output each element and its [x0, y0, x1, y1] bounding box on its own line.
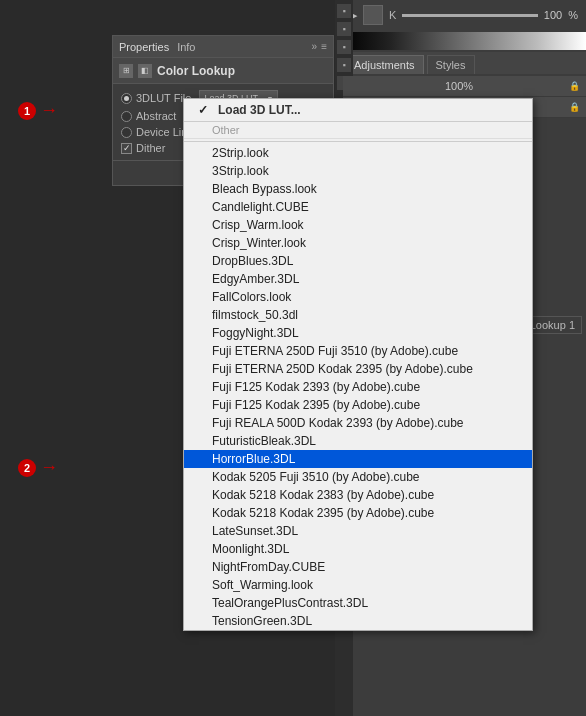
properties-tab[interactable]: Properties [119, 41, 169, 53]
panel-controls: » ≡ [312, 41, 327, 52]
panel-header: Properties Info » ≡ [113, 36, 333, 58]
menu-item-12[interactable]: Fuji ETERNA 250D Kodak 2395 (by Adobe).c… [184, 360, 532, 378]
menu-item-14[interactable]: Fuji F125 Kodak 2395 (by Adobe).cube [184, 396, 532, 414]
right-panel-value-1: 100% [445, 80, 473, 92]
menu-item-17[interactable]: HorrorBlue.3DL [184, 450, 532, 468]
abstract-label: Abstract [136, 110, 176, 122]
menu-item-22[interactable]: Moonlight.3DL [184, 540, 532, 558]
menu-icon[interactable]: ≡ [321, 41, 327, 52]
tab-styles[interactable]: Styles [427, 55, 475, 74]
thumbnail-box [363, 5, 383, 25]
lock-icon-1[interactable]: 🔒 [569, 81, 580, 91]
menu-items-container: 2Strip.look3Strip.lookBleach Bypass.look… [184, 144, 532, 630]
radio-device-link[interactable] [121, 127, 132, 138]
grid-icon[interactable]: ⊞ [119, 64, 133, 78]
dither-label: Dither [136, 142, 165, 154]
menu-item-4[interactable]: Crisp_Warm.look [184, 216, 532, 234]
menu-item-8[interactable]: FallColors.look [184, 288, 532, 306]
top-bar: ▶ K 100 % [341, 0, 586, 30]
radio-abstract[interactable] [121, 111, 132, 122]
load-lut-label: Load 3D LUT... [218, 103, 301, 117]
menu-item-1[interactable]: 3Strip.look [184, 162, 532, 180]
toolbar-btn-1[interactable]: ▪ [337, 4, 351, 18]
menu-item-15[interactable]: Fuji REALA 500D Kodak 2393 (by Adobe).cu… [184, 414, 532, 432]
lock-icon-2[interactable]: 🔒 [569, 102, 580, 112]
toolbar-btn-2[interactable]: ▪ [337, 22, 351, 36]
menu-item-20[interactable]: Kodak 5218 Kodak 2395 (by Adobe).cube [184, 504, 532, 522]
radio-3dlut[interactable] [121, 93, 132, 104]
menu-item-2[interactable]: Bleach Bypass.look [184, 180, 532, 198]
other-label: Other [212, 124, 240, 136]
menu-item-19[interactable]: Kodak 5218 Kodak 2383 (by Adobe).cube [184, 486, 532, 504]
menu-item-3[interactable]: Candlelight.CUBE [184, 198, 532, 216]
dropdown-menu: ✓ Load 3D LUT... Other 2Strip.look3Strip… [183, 98, 533, 631]
panel-title: Color Lookup [157, 64, 235, 78]
layer-icon[interactable]: ◧ [138, 64, 152, 78]
k-value: 100 [544, 9, 562, 21]
tab-adjustments[interactable]: Adjustments [345, 55, 424, 74]
expand-icon[interactable]: » [312, 41, 318, 52]
menu-item-25[interactable]: TealOrangePlusContrast.3DL [184, 594, 532, 612]
menu-item-24[interactable]: Soft_Warming.look [184, 576, 532, 594]
menu-item-load-lut[interactable]: ✓ Load 3D LUT... [184, 99, 532, 122]
menu-item-23[interactable]: NightFromDay.CUBE [184, 558, 532, 576]
menu-item-5[interactable]: Crisp_Winter.look [184, 234, 532, 252]
menu-item-6[interactable]: DropBlues.3DL [184, 252, 532, 270]
tabs-container: Adjustments Styles [341, 52, 586, 74]
info-tab[interactable]: Info [177, 41, 195, 53]
menu-item-9[interactable]: filmstock_50.3dl [184, 306, 532, 324]
panel-title-row: ⊞ ◧ Color Lookup [113, 58, 333, 84]
menu-item-26[interactable]: TensionGreen.3DL [184, 612, 532, 630]
menu-item-0[interactable]: 2Strip.look [184, 144, 532, 162]
k-percent: % [568, 9, 578, 21]
menu-item-10[interactable]: FoggyNight.3DL [184, 324, 532, 342]
gradient-bar [341, 32, 586, 50]
menu-separator [184, 141, 532, 142]
toolbar-btn-3[interactable]: ▪ [337, 40, 351, 54]
menu-item-21[interactable]: LateSunset.3DL [184, 522, 532, 540]
menu-item-11[interactable]: Fuji ETERNA 250D Fuji 3510 (by Adobe).cu… [184, 342, 532, 360]
menu-item-18[interactable]: Kodak 5205 Fuji 3510 (by Adobe).cube [184, 468, 532, 486]
right-panel-row-1: 100% 🔒 [343, 76, 586, 97]
load-lut-check: ✓ [198, 103, 212, 117]
menu-item-13[interactable]: Fuji F125 Kodak 2393 (by Adobe).cube [184, 378, 532, 396]
toolbar-btn-4[interactable]: ▪ [337, 58, 351, 72]
menu-item-16[interactable]: FuturisticBleak.3DL [184, 432, 532, 450]
k-label: K [389, 9, 396, 21]
menu-item-7[interactable]: EdgyAmber.3DL [184, 270, 532, 288]
menu-item-other: Other [184, 122, 532, 139]
k-slider[interactable] [402, 14, 538, 17]
checkbox-dither[interactable]: ✓ [121, 143, 132, 154]
